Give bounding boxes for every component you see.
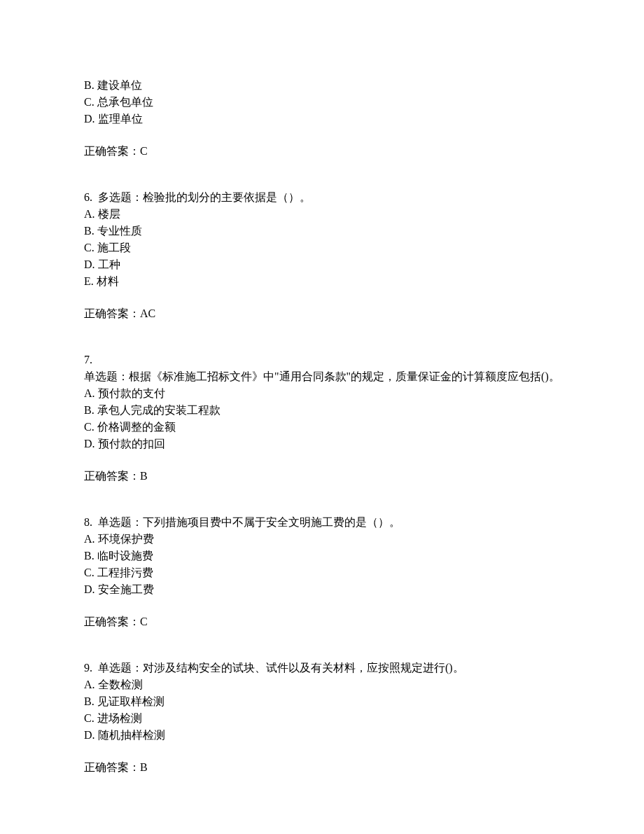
option-b: B. 专业性质 bbox=[84, 223, 560, 239]
option-a: A. 环境保护费 bbox=[84, 531, 560, 548]
option-c: C. 工程排污费 bbox=[84, 564, 560, 581]
option-d: D. 随机抽样检测 bbox=[84, 727, 560, 744]
option-c: C. 施工段 bbox=[84, 239, 560, 256]
question-prompt: 单选题：根据《标准施工招标文件》中"通用合同条款"的规定，质量保证金的计算额度应… bbox=[84, 368, 560, 385]
question-prompt: 8. 单选题：下列措施项目费中不属于安全文明施工费的是（）。 bbox=[84, 514, 560, 531]
option-b: B. 临时设施费 bbox=[84, 548, 560, 564]
option-b: B. 见证取样检测 bbox=[84, 693, 560, 710]
option-a: A. 预付款的支付 bbox=[84, 385, 560, 402]
correct-answer: 正确答案：C bbox=[84, 143, 560, 160]
option-d: D. 预付款的扣回 bbox=[84, 436, 560, 452]
question-5-remainder: B. 建设单位 C. 总承包单位 D. 监理单位 正确答案：C bbox=[84, 77, 560, 160]
question-7: 7. 单选题：根据《标准施工招标文件》中"通用合同条款"的规定，质量保证金的计算… bbox=[84, 352, 560, 485]
option-d: D. 安全施工费 bbox=[84, 581, 560, 598]
question-prompt: 6. 多选题：检验批的划分的主要依据是（）。 bbox=[84, 189, 560, 206]
option-a: A. 全数检测 bbox=[84, 676, 560, 693]
question-number: 7. bbox=[84, 352, 560, 368]
question-6: 6. 多选题：检验批的划分的主要依据是（）。 A. 楼层 B. 专业性质 C. … bbox=[84, 189, 560, 322]
option-c: C. 价格调整的金额 bbox=[84, 419, 560, 436]
question-prompt: 9. 单选题：对涉及结构安全的试块、试件以及有关材料，应按照规定进行()。 bbox=[84, 660, 560, 676]
correct-answer: 正确答案：B bbox=[84, 759, 560, 776]
option-b: B. 建设单位 bbox=[84, 77, 560, 94]
option-c: C. 进场检测 bbox=[84, 710, 560, 727]
option-a: A. 楼层 bbox=[84, 206, 560, 223]
option-b: B. 承包人完成的安装工程款 bbox=[84, 402, 560, 419]
option-d: D. 工种 bbox=[84, 256, 560, 273]
option-d: D. 监理单位 bbox=[84, 111, 560, 127]
correct-answer: 正确答案：B bbox=[84, 468, 560, 485]
question-9: 9. 单选题：对涉及结构安全的试块、试件以及有关材料，应按照规定进行()。 A.… bbox=[84, 660, 560, 776]
option-c: C. 总承包单位 bbox=[84, 94, 560, 111]
question-8: 8. 单选题：下列措施项目费中不属于安全文明施工费的是（）。 A. 环境保护费 … bbox=[84, 514, 560, 630]
correct-answer: 正确答案：AC bbox=[84, 305, 560, 322]
option-e: E. 材料 bbox=[84, 273, 560, 290]
correct-answer: 正确答案：C bbox=[84, 613, 560, 630]
